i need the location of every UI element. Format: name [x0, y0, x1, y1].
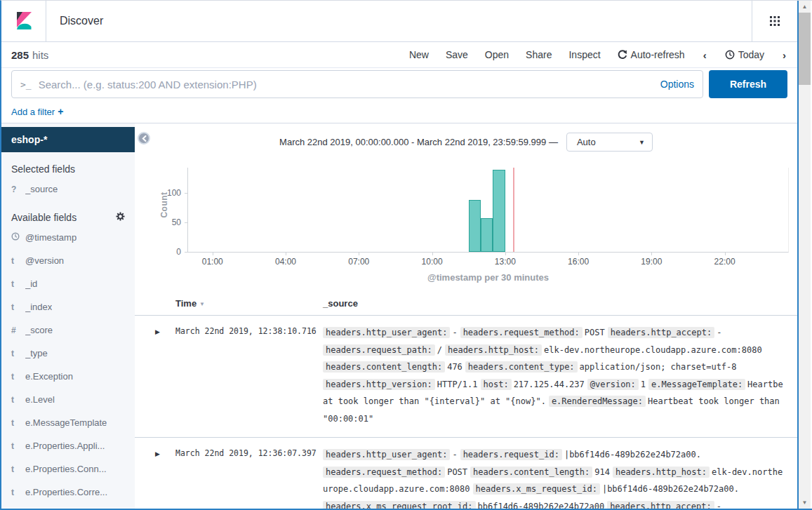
clock-icon — [725, 50, 735, 60]
histogram-bar[interactable] — [493, 170, 505, 252]
kibana-window: Discover 285 hits NewSaveOpenShareInspec… — [0, 0, 812, 510]
kibana-logo[interactable] — [1, 1, 46, 41]
table-row: ▶March 22nd 2019, 12:38:10.716headers.ht… — [135, 316, 797, 438]
source-field-value: bb6f14d6-489b262e24b72a00 — [478, 502, 605, 509]
toolbar-share-button[interactable]: Share — [526, 49, 552, 60]
available-fields-heading: Available fields — [1, 201, 135, 226]
scrollbar-down-arrow[interactable]: ▼ — [799, 497, 811, 509]
expand-row-button[interactable]: ▶ — [155, 328, 160, 335]
x-tick-mark — [725, 252, 726, 255]
source-field-value: |bb6f14d6-489b262e24b72a00. — [602, 484, 739, 494]
field-name: @timestamp — [25, 232, 76, 243]
field-item-_source[interactable]: ?_source — [1, 177, 135, 201]
auto-refresh-button[interactable]: Auto-refresh — [618, 49, 685, 60]
options-link[interactable]: Options — [653, 79, 694, 90]
histogram-chart[interactable]: Count 05010001:0004:0007:0010:0013:0016:… — [187, 168, 789, 253]
time-next-button[interactable]: › — [781, 49, 787, 61]
histogram-bar[interactable] — [481, 218, 493, 252]
apps-menu-button[interactable] — [752, 1, 797, 41]
collapse-sidebar-button[interactable] — [138, 132, 150, 145]
field-name: e.MessageTemplate — [25, 417, 107, 428]
refresh-icon — [618, 50, 627, 60]
apps-grid-icon — [769, 15, 780, 27]
toolbar-inspect-button[interactable]: Inspect — [568, 49, 600, 60]
x-axis-label: @timestamp per 30 minutes — [187, 272, 789, 283]
time-prev-button[interactable]: ‹ — [702, 49, 708, 61]
auto-refresh-label: Auto-refresh — [631, 49, 685, 60]
date-field-icon — [11, 232, 25, 243]
x-tick-label: 07:00 — [348, 257, 369, 267]
source-field-value: POST — [585, 328, 605, 337]
top-nav: Discover — [1, 1, 797, 42]
index-pattern-selector[interactable]: eshop-* — [1, 127, 135, 152]
time-range-button[interactable]: Today — [725, 49, 764, 60]
interval-select[interactable]: Auto ▼ — [566, 133, 653, 152]
chevron-down-icon: ▼ — [639, 139, 645, 146]
source-field-value: - — [452, 328, 457, 337]
source-field-value: 914 — [594, 467, 610, 477]
toolbar-new-button[interactable]: New — [409, 49, 429, 60]
query-prompt-icon: >_ — [20, 79, 32, 90]
source-field-key: headers.http_host: — [445, 344, 542, 356]
table-rows: ▶March 22nd 2019, 12:38:10.716headers.ht… — [135, 316, 797, 509]
filter-bar: Add a filter + — [1, 100, 797, 123]
available-fields-list: @timestampt@versiont_idt_index#_scoret_t… — [1, 226, 135, 504]
field-name: _type — [25, 348, 48, 358]
x-tick-mark — [213, 252, 213, 255]
field-item-_score[interactable]: #_score — [1, 318, 135, 342]
histogram-bar[interactable] — [469, 200, 481, 252]
time-range-label: Today — [738, 49, 764, 60]
source-field-value: - — [717, 502, 721, 509]
field-item-e.Properties.Corre...[interactable]: te.Properties.Corre... — [1, 481, 135, 504]
expand-row-button[interactable]: ▶ — [155, 450, 160, 457]
time-column-header[interactable]: Time▼ — [167, 298, 316, 309]
y-tick-mark — [185, 252, 188, 253]
row-source: headers.http_user_agent:-headers.request… — [316, 446, 797, 509]
toolbar-open-button[interactable]: Open — [485, 49, 509, 60]
source-field-key: headers.http_accept: — [607, 501, 714, 509]
hits-label: hits — [32, 49, 48, 61]
page-content: Discover 285 hits NewSaveOpenShareInspec… — [1, 1, 799, 509]
source-field-key: headers.http_user_agent: — [323, 449, 450, 460]
source-field-key: host: — [481, 379, 512, 390]
source-field-value: HTTP/1.1 — [437, 380, 478, 389]
source-field-value: - — [717, 328, 721, 337]
source-field-value: application/json; charset=utf-8 — [580, 362, 737, 372]
scrollbar-thumb[interactable] — [799, 13, 811, 85]
field-item-@timestamp[interactable]: @timestamp — [1, 226, 135, 249]
current-time-marker — [513, 168, 514, 252]
field-item-_type[interactable]: t_type — [1, 342, 135, 365]
string-field-icon: t — [11, 349, 25, 358]
field-item-_index[interactable]: t_index — [1, 295, 135, 318]
main-panel: March 22nd 2019, 00:00:00.000 - March 22… — [135, 123, 797, 509]
sort-desc-icon: ▼ — [199, 301, 205, 307]
x-tick-label: 10:00 — [422, 257, 443, 267]
string-field-icon: t — [11, 488, 25, 497]
string-field-icon: t — [11, 279, 25, 289]
source-field-key: headers.http_accept: — [608, 327, 715, 338]
field-item-e.Properties.Conn...[interactable]: te.Properties.Conn... — [1, 457, 135, 481]
source-field-key: headers.content_type: — [465, 361, 578, 373]
field-item-e.Exception[interactable]: te.Exception — [1, 365, 135, 388]
search-input[interactable] — [39, 79, 653, 90]
x-tick-label: 01:00 — [202, 257, 223, 267]
field-item-_id[interactable]: t_id — [1, 272, 135, 295]
add-filter-link[interactable]: Add a filter — [11, 107, 55, 117]
x-tick-label: 13:00 — [495, 257, 516, 267]
scrollbar-up-arrow[interactable]: ▲ — [799, 1, 811, 13]
selected-fields-list: ?_source — [1, 177, 135, 201]
toolbar-save-button[interactable]: Save — [446, 49, 468, 60]
refresh-button[interactable]: Refresh — [709, 70, 787, 98]
field-item-e.Level[interactable]: te.Level — [1, 388, 135, 411]
field-item-e.MessageTemplate[interactable]: te.MessageTemplate — [1, 411, 135, 434]
source-field-key: headers.content_length: — [470, 467, 592, 478]
row-timestamp: March 22nd 2019, 12:36:07.397 — [175, 448, 317, 458]
field-item-@version[interactable]: t@version — [1, 249, 135, 272]
search-row: >_ Options Refresh — [1, 68, 797, 100]
browser-scrollbar[interactable]: ▲ ▼ — [799, 1, 811, 509]
field-name: e.Properties.Corre... — [25, 487, 107, 497]
field-item-e.Properties.Appli...[interactable]: te.Properties.Appli... — [1, 434, 135, 457]
field-settings-gear-icon[interactable] — [116, 212, 125, 223]
x-tick-label: 19:00 — [641, 257, 662, 267]
source-field-key: headers.http_user_agent: — [323, 327, 450, 338]
